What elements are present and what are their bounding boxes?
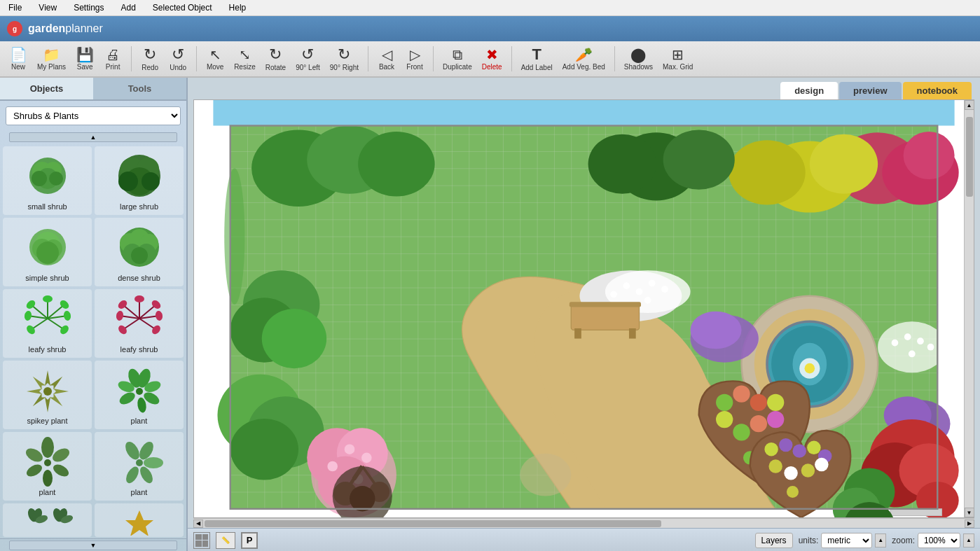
toolbar-addvegbed-button[interactable]: 🥕 Add Veg. Bed: [559, 46, 609, 73]
svg-point-138: [767, 411, 784, 428]
svg-point-37: [58, 323, 70, 335]
toolbar-undo-button[interactable]: ↺ Undo: [165, 45, 191, 74]
app-header: g gardenplanner: [0, 16, 980, 41]
toolbar-maxgrid-button[interactable]: ⊞ Max. Grid: [659, 46, 696, 73]
left-panel: Objects Tools Shrubs & Plants Trees Flow…: [0, 78, 188, 551]
small-shrub-label: small shrub: [27, 202, 67, 211]
layers-button[interactable]: Layers: [755, 533, 793, 548]
toolbar-print-button[interactable]: 🖨 Print: [100, 46, 125, 73]
small-shrub-icon: [22, 151, 73, 201]
scroll-thumb-vertical[interactable]: [966, 117, 973, 197]
menu-help[interactable]: Help: [226, 1, 249, 14]
toolbar-save-button[interactable]: 💾 Save: [72, 46, 97, 73]
toolbar-delete-button[interactable]: ✖ Delete: [478, 46, 506, 73]
scroll-down-button[interactable]: ▼: [965, 508, 974, 517]
svg-point-98: [805, 363, 815, 374]
list-item[interactable]: [95, 503, 184, 537]
list-item[interactable]: plant: [95, 432, 184, 501]
objects-grid: small shrub large shrub: [0, 144, 186, 538]
scroll-down-arrow[interactable]: ▼: [9, 540, 177, 550]
units-select[interactable]: metric imperial: [821, 533, 872, 548]
scroll-right-button[interactable]: ▶: [965, 519, 974, 528]
svg-point-81: [136, 459, 143, 466]
svg-point-106: [729, 140, 805, 204]
menu-selected-object[interactable]: Selected Object: [150, 1, 215, 14]
units-up-arrow[interactable]: ▲: [875, 533, 886, 547]
toolbar-new-button[interactable]: 📄 New: [6, 46, 31, 73]
list-item[interactable]: spikey plant: [3, 361, 92, 429]
toolbar-resize-button[interactable]: ⤡ Resize: [230, 46, 259, 73]
simple-shrub-label: simple shrub: [25, 274, 69, 282]
svg-point-127: [262, 309, 326, 368]
ruler-button[interactable]: 📏: [216, 532, 235, 549]
tab-notebook[interactable]: notebook: [903, 82, 972, 99]
menu-add[interactable]: Add: [118, 1, 139, 14]
p-button[interactable]: P: [241, 532, 258, 549]
menu-file[interactable]: File: [6, 1, 25, 14]
svg-point-154: [927, 344, 934, 351]
garden-canvas: [194, 100, 974, 517]
toolbar-move-button[interactable]: ↖ Move: [202, 46, 228, 73]
tab-objects[interactable]: Objects: [0, 78, 93, 99]
view-tabs: design preview notebook: [188, 78, 980, 99]
toolbar-redo-button[interactable]: ↻ Redo: [137, 45, 163, 74]
status-bar: 📏 P Layers units: metric imperial ▲ zoom…: [188, 528, 980, 551]
toolbar-90left-button[interactable]: ↺ 90° Left: [292, 45, 324, 74]
svg-point-179: [350, 486, 375, 511]
back-icon: ◁: [382, 48, 392, 62]
list-item[interactable]: [3, 503, 92, 537]
svg-point-80: [123, 465, 141, 486]
scroll-left-button[interactable]: ◀: [193, 519, 203, 528]
list-item[interactable]: simple shrub: [3, 218, 92, 286]
90left-icon: ↺: [301, 47, 314, 62]
toolbar-back-button[interactable]: ◁ Back: [374, 46, 399, 73]
svg-rect-89: [213, 100, 954, 125]
bottom2-icon: [114, 508, 165, 536]
svg-rect-121: [571, 305, 639, 330]
toolbar-90right-button[interactable]: ↻ 90° Right: [326, 45, 362, 74]
toolbar-shadows-button[interactable]: ⬤ Shadows: [621, 46, 656, 73]
list-item[interactable]: leafy shrub: [3, 289, 92, 358]
tab-tools[interactable]: Tools: [93, 78, 186, 99]
svg-point-195: [520, 454, 571, 496]
svg-point-66: [117, 390, 137, 407]
redo-icon: ↻: [144, 47, 156, 62]
svg-point-132: [733, 385, 750, 402]
vertical-scrollbar[interactable]: ▲ ▼: [964, 100, 974, 517]
grid-view-button[interactable]: [193, 532, 210, 549]
scroll-up-button[interactable]: ▲: [965, 100, 974, 110]
svg-point-49: [154, 310, 163, 321]
list-item[interactable]: plant: [95, 361, 184, 429]
zoom-select[interactable]: 100% 75% 50% 150% 200%: [918, 533, 960, 548]
list-item[interactable]: plant: [3, 432, 92, 501]
zoom-up-arrow[interactable]: ▲: [963, 533, 974, 547]
svg-point-115: [636, 288, 643, 295]
tab-design[interactable]: design: [780, 82, 838, 99]
svg-point-48: [115, 310, 123, 321]
toolbar-rotate-button[interactable]: ↻ Rotate: [262, 45, 289, 74]
list-item[interactable]: dense shrub: [95, 218, 184, 286]
category-dropdown[interactable]: Shrubs & Plants Trees Flowers Vegetables…: [6, 106, 181, 125]
shadows-icon: ⬤: [630, 48, 646, 62]
canvas-area[interactable]: ▲ ▼: [193, 99, 974, 518]
menu-view[interactable]: View: [36, 1, 60, 14]
toolbar-addlabel-button[interactable]: T Add Label: [518, 45, 556, 74]
svg-marker-88: [125, 510, 153, 536]
toolbar-myplans-button[interactable]: 📁 My Plans: [34, 46, 69, 73]
scroll-up-arrow[interactable]: ▲: [9, 132, 177, 142]
toolbar-duplicate-button[interactable]: ⧉ Duplicate: [439, 46, 476, 73]
list-item[interactable]: large shrub: [95, 146, 184, 215]
svg-point-152: [904, 333, 911, 340]
tab-preview[interactable]: preview: [839, 82, 901, 99]
menu-settings[interactable]: Settings: [71, 1, 106, 14]
scroll-thumb-horizontal[interactable]: [205, 520, 661, 527]
svg-point-109: [663, 130, 735, 190]
myplans-icon: 📁: [43, 48, 60, 62]
svg-point-148: [815, 458, 828, 471]
list-item[interactable]: small shrub: [3, 146, 92, 215]
leafy-shrub-red-label: leafy shrub: [120, 345, 158, 354]
toolbar-front-button[interactable]: ▷ Front: [402, 46, 427, 73]
list-item[interactable]: leafy shrub: [95, 289, 184, 358]
horizontal-scrollbar[interactable]: ◀ ▶: [193, 518, 974, 528]
svg-point-117: [661, 286, 668, 293]
